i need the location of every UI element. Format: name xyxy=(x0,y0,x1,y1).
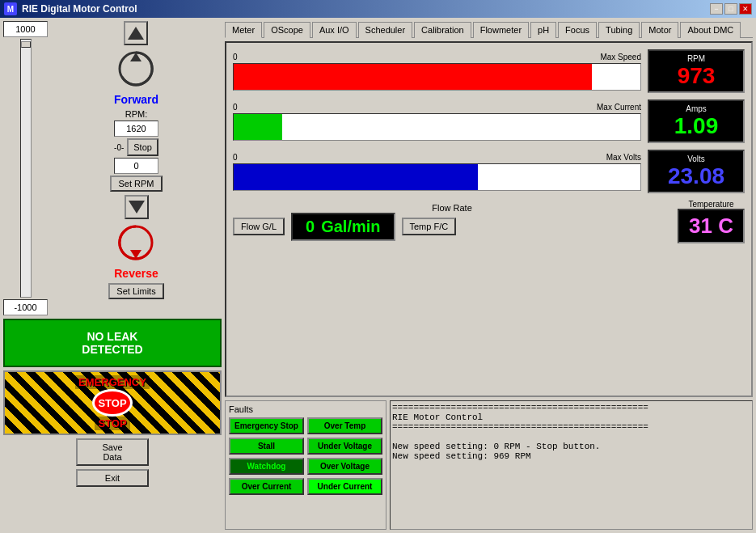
fault-grid: Emergency Stop Over Temp Stall Under Vol… xyxy=(229,417,382,495)
set-limits-button[interactable]: Set Limits xyxy=(108,283,163,299)
action-buttons: Save Data Exit xyxy=(3,438,222,487)
title-bar: M RIE Digital Motor Control − □ ✕ xyxy=(0,0,756,18)
fault-under-voltage[interactable]: Under Voltage xyxy=(307,438,382,455)
reverse-rotation-icon xyxy=(114,221,158,265)
temperature-area: Temperature 31 C xyxy=(678,200,745,243)
voltage-max-label: Max Volts xyxy=(606,153,641,162)
flow-gl-button[interactable]: Flow G/L xyxy=(233,218,285,235)
window-title: RIE Digital Motor Control xyxy=(22,3,137,15)
voltage-meter-row: 0 Max Volts Volts 23.08 xyxy=(233,150,745,193)
rpm-label: RPM: xyxy=(125,109,148,119)
current-bar-bg xyxy=(233,113,641,141)
window-content: 1000 -1000 xyxy=(0,18,756,533)
bottom-speed-display: -1000 xyxy=(3,299,48,315)
close-button[interactable]: ✕ xyxy=(739,3,752,15)
tab-motor[interactable]: Motor xyxy=(641,22,678,38)
speed-min-label: 0 xyxy=(233,53,238,61)
log-line-6: New speed setting: 969 RPM xyxy=(392,451,750,461)
minimize-button[interactable]: − xyxy=(710,3,723,15)
rpm-value-display[interactable]: 1620 xyxy=(114,121,158,137)
tab-flowmeter[interactable]: Flowmeter xyxy=(473,22,529,38)
speed-max-label: Max Speed xyxy=(600,53,641,61)
flow-rate-area: Flow Rate Flow G/L 0 Gal/min Temp F/C xyxy=(233,203,671,241)
emergency-stop-panel: EMERGENCY STOP STOP xyxy=(3,370,222,435)
slider-thumb xyxy=(21,41,31,48)
flow-rate-section: Flow Rate Flow G/L 0 Gal/min Temp F/C Te… xyxy=(233,200,745,243)
tab-focus[interactable]: Focus xyxy=(558,22,597,38)
set-rpm-button[interactable]: Set RPM xyxy=(110,176,162,192)
flow-unit: Gal/min xyxy=(321,218,380,236)
left-panel: 1000 -1000 xyxy=(3,21,222,530)
reverse-label: Reverse xyxy=(114,267,158,280)
temp-fc-button[interactable]: Temp F/C xyxy=(402,218,457,235)
voltage-bar-bg xyxy=(233,163,641,191)
log-panel: ========================================… xyxy=(390,400,753,530)
reverse-button[interactable] xyxy=(125,195,149,219)
stop-button[interactable]: Stop xyxy=(127,138,158,156)
current-bar-fill xyxy=(234,114,282,140)
zero-value-display: 0 xyxy=(114,158,158,174)
voltage-bar-fill xyxy=(234,164,478,190)
log-line-5: New speed setting: 0 RPM - Stop button. xyxy=(392,442,750,451)
window-controls: − □ ✕ xyxy=(710,3,752,15)
log-line-3: ========================================… xyxy=(392,422,750,432)
voltage-bar-area: 0 Max Volts xyxy=(233,153,641,191)
fault-over-temp[interactable]: Over Temp xyxy=(307,417,382,434)
current-bar-area: 0 Max Current xyxy=(233,103,641,141)
temp-value: 31 C xyxy=(689,214,733,238)
voltage-value-box: Volts 23.08 xyxy=(648,150,745,193)
emergency-stop-button[interactable]: STOP xyxy=(92,389,133,417)
down-arrow-icon xyxy=(129,201,145,214)
flow-value-box: 0 Gal/min xyxy=(291,213,395,241)
bottom-area: Faults Emergency Stop Over Temp Stall Un… xyxy=(225,400,753,530)
leak-text: NO LEAKDETECTED xyxy=(82,330,142,356)
current-value: 1.09 xyxy=(674,113,719,139)
stop-circle-text: STOP xyxy=(98,397,126,409)
speed-bar-area: 0 Max Speed xyxy=(233,53,641,91)
current-unit: Amps xyxy=(686,104,707,113)
forward-rotation-icon xyxy=(114,47,158,91)
current-min-label: 0 xyxy=(233,103,238,112)
fault-emergency-stop[interactable]: Emergency Stop xyxy=(229,417,304,434)
fault-stall[interactable]: Stall xyxy=(229,438,304,455)
stop-prefix: -0- xyxy=(114,143,124,152)
tab-ph[interactable]: pH xyxy=(530,22,556,38)
save-data-button[interactable]: Save Data xyxy=(76,438,149,466)
top-speed-display: 1000 xyxy=(3,21,48,37)
forward-label: Forward xyxy=(114,93,158,106)
speed-value: 973 xyxy=(678,63,716,89)
speed-bar-bg xyxy=(233,63,641,91)
speed-slider[interactable] xyxy=(20,39,32,298)
fault-over-current[interactable]: Over Current xyxy=(229,478,304,495)
tab-tubing[interactable]: Tubing xyxy=(598,22,640,38)
tab-meter[interactable]: Meter xyxy=(225,22,262,38)
current-max-label: Max Current xyxy=(597,103,641,112)
emergency-bottom-label: STOP xyxy=(95,417,129,430)
log-line-1: ========================================… xyxy=(392,403,750,412)
current-value-box: Amps 1.09 xyxy=(648,99,745,143)
fault-watchdog[interactable]: Watchdog xyxy=(229,458,304,475)
leak-status: NO LEAKDETECTED xyxy=(3,319,222,367)
meter-tab-content: 0 Max Speed RPM 973 0 Max Cur xyxy=(225,41,753,397)
tab-oscope[interactable]: OScope xyxy=(264,22,310,38)
forward-button[interactable] xyxy=(124,21,148,45)
voltage-value: 23.08 xyxy=(668,163,724,189)
fault-under-current[interactable]: Under Current xyxy=(307,478,382,495)
up-arrow-icon xyxy=(128,27,144,40)
temp-value-box: 31 C xyxy=(678,209,745,243)
maximize-button[interactable]: □ xyxy=(724,3,737,15)
fault-over-voltage[interactable]: Over Voltage xyxy=(307,458,382,475)
right-panel: Meter OScope Aux I/O Scheduler Calibrati… xyxy=(225,21,753,530)
exit-button[interactable]: Exit xyxy=(76,469,149,487)
voltage-min-label: 0 xyxy=(233,153,238,162)
tab-calibration[interactable]: Calibration xyxy=(414,22,471,38)
tab-scheduler[interactable]: Scheduler xyxy=(358,22,413,38)
log-line-4 xyxy=(392,432,750,442)
faults-title: Faults xyxy=(229,404,382,414)
voltage-unit: Volts xyxy=(687,154,705,163)
tab-aux[interactable]: Aux I/O xyxy=(312,22,357,38)
tab-about[interactable]: About DMC xyxy=(680,22,741,38)
flow-rate-title: Flow Rate xyxy=(432,203,472,213)
app-icon: M xyxy=(4,2,17,15)
speed-value-box: RPM 973 xyxy=(648,49,745,93)
